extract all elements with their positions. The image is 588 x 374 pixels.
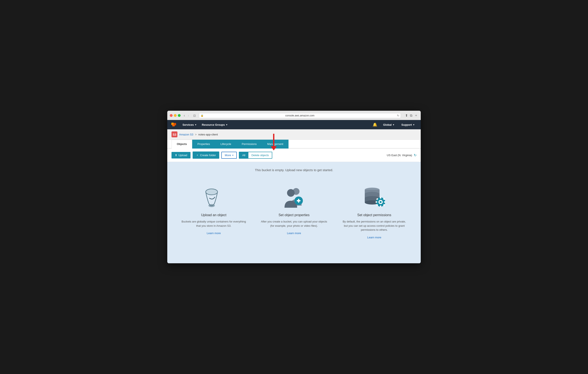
- toolbar-wrapper: ⬆ Upload ＋ Create folder More ▾ All Dele…: [167, 149, 421, 162]
- support-nav-item[interactable]: Support ▼: [399, 120, 417, 129]
- feature-permissions: Set object permissions By default, the p…: [336, 180, 412, 243]
- filter-group: All Delete objects: [239, 152, 272, 159]
- breadcrumb-separator: >: [195, 133, 197, 136]
- tab-lifecycle[interactable]: Lifecycle: [215, 140, 237, 149]
- properties-feature-desc: After you create a bucket, you can uploa…: [260, 220, 328, 228]
- svg-rect-23: [380, 197, 381, 199]
- bell-icon[interactable]: 🔔: [371, 122, 379, 127]
- svg-point-9: [287, 189, 295, 197]
- breadcrumb-s3-link[interactable]: Amazon S3: [179, 133, 193, 136]
- more-button[interactable]: More ▾: [221, 152, 237, 159]
- delete-objects-button[interactable]: Delete objects: [248, 152, 272, 158]
- upload-feature-title: Upload an object: [180, 213, 248, 217]
- browser-chrome: ‹ › ⊡ 🔒 ↻ ⬆ ⧉ ＋: [167, 111, 421, 120]
- share-button[interactable]: ⬆: [405, 113, 408, 118]
- tabs-bar: Objects Properties Lifecycle Permissions…: [167, 140, 421, 149]
- new-tab-button[interactable]: ⧉: [410, 113, 413, 118]
- address-bar-wrapper: 🔒 ↻: [199, 113, 401, 118]
- traffic-lights: [170, 114, 181, 117]
- tab-objects[interactable]: Objects: [171, 140, 192, 149]
- feature-properties: Set object properties After you create a…: [256, 180, 332, 243]
- s3-service-icon: S3: [171, 131, 178, 137]
- support-dropdown-arrow: ▼: [413, 124, 415, 126]
- breadcrumb-current: notes-app-client: [198, 133, 218, 136]
- region-label: US East (N. Virginia): [387, 154, 412, 157]
- forward-button[interactable]: ›: [187, 113, 190, 118]
- toolbar-right: US East (N. Virginia) ↻: [387, 153, 417, 157]
- set-permissions-icon: [340, 184, 408, 210]
- content-area: This bucket is empty. Upload new objects…: [167, 162, 421, 263]
- svg-point-6: [209, 204, 215, 207]
- properties-feature-title: Set object properties: [260, 213, 328, 217]
- upload-feature-desc: Buckets are globally unique containers f…: [180, 220, 248, 228]
- toolbar: ⬆ Upload ＋ Create folder More ▾ All Dele…: [167, 149, 421, 162]
- address-bar[interactable]: [199, 113, 401, 118]
- plus-icon: ＋: [196, 153, 199, 157]
- set-properties-icon: [260, 184, 328, 210]
- upload-object-icon: [180, 184, 248, 210]
- navbar-right: 🔔 Global ▼ Support ▼: [371, 120, 417, 129]
- svg-rect-26: [384, 201, 386, 203]
- fullscreen-button[interactable]: [178, 114, 181, 117]
- svg-rect-12: [297, 200, 301, 201]
- resource-groups-dropdown-arrow: ▼: [226, 124, 228, 126]
- breadcrumb: S3 Amazon S3 > notes-app-client: [167, 129, 421, 140]
- aws-navbar: Services ▼ Resource Groups ▼ 🔔 Global ▼ …: [167, 120, 421, 129]
- minimize-button[interactable]: [174, 114, 177, 117]
- empty-bucket-message: This bucket is empty. Upload new objects…: [176, 168, 412, 172]
- filter-all-button[interactable]: All: [239, 152, 248, 158]
- more-dropdown-arrow: ▾: [232, 154, 233, 156]
- upload-learn-more-link[interactable]: Learn more: [207, 232, 221, 235]
- global-dropdown-arrow: ▼: [392, 124, 395, 126]
- permissions-learn-more-link[interactable]: Learn more: [367, 236, 381, 239]
- upload-button[interactable]: ⬆ Upload: [171, 152, 190, 159]
- properties-learn-more-link[interactable]: Learn more: [287, 232, 301, 235]
- browser-actions: ⬆ ⧉ ＋: [405, 113, 418, 118]
- tab-management[interactable]: Management: [262, 140, 289, 149]
- svg-rect-2: [174, 123, 176, 125]
- tab-permissions[interactable]: Permissions: [237, 140, 262, 149]
- services-nav-item[interactable]: Services ▼: [180, 120, 199, 129]
- permissions-feature-desc: By default, the permissions on an object…: [340, 220, 408, 232]
- svg-text:S3: S3: [173, 133, 176, 136]
- aws-logo: [171, 121, 178, 128]
- nav-buttons: ‹ ›: [183, 113, 190, 118]
- permissions-feature-title: Set object permissions: [340, 213, 408, 217]
- features-grid: Upload an object Buckets are globally un…: [176, 180, 412, 243]
- reload-icon[interactable]: ↻: [397, 114, 399, 117]
- svg-point-7: [206, 189, 218, 195]
- tab-properties[interactable]: Properties: [192, 140, 215, 149]
- back-button[interactable]: ‹: [183, 113, 186, 118]
- add-tab-button[interactable]: ＋: [414, 113, 418, 118]
- close-button[interactable]: [170, 114, 173, 117]
- global-nav-item[interactable]: Global ▼: [381, 120, 397, 129]
- services-dropdown-arrow: ▼: [195, 124, 197, 126]
- refresh-icon[interactable]: ↻: [414, 153, 417, 157]
- svg-point-22: [379, 201, 382, 203]
- create-folder-button[interactable]: ＋ Create folder: [193, 151, 219, 159]
- resource-groups-nav-item[interactable]: Resource Groups ▼: [199, 120, 230, 129]
- upload-icon: ⬆: [175, 154, 177, 157]
- lock-icon: 🔒: [201, 114, 204, 117]
- tab-overview-button[interactable]: ⊡: [192, 113, 197, 118]
- browser-window: ‹ › ⊡ 🔒 ↻ ⬆ ⧉ ＋ S: [167, 111, 421, 263]
- svg-rect-25: [376, 201, 377, 203]
- feature-upload: Upload an object Buckets are globally un…: [176, 180, 252, 243]
- svg-rect-24: [380, 205, 381, 207]
